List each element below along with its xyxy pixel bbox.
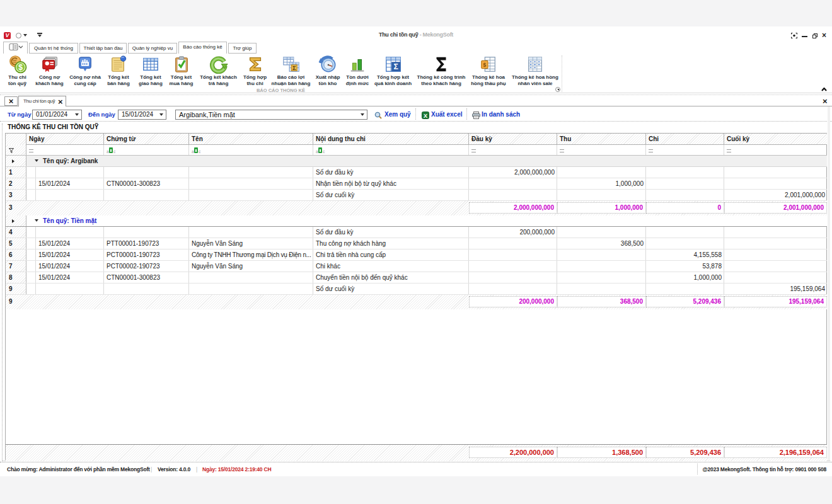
svg-text:X: X [424,113,427,119]
svg-text:Σ: Σ [393,62,398,71]
svg-text:$: $ [483,62,487,68]
